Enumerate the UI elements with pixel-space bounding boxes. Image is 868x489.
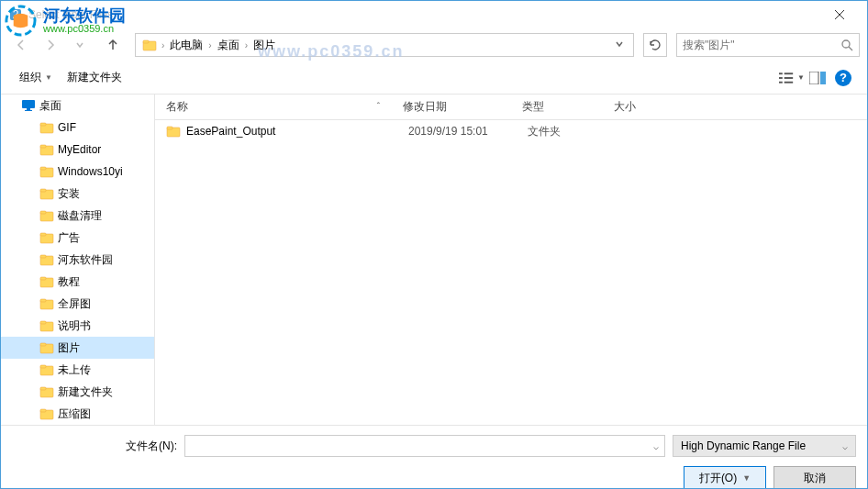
newfolder-button[interactable]: 新建文件夹 <box>60 66 129 89</box>
chevron-down-icon: ▼ <box>45 73 52 82</box>
close-button[interactable] <box>818 2 860 28</box>
chevron-down-icon: ⌵ <box>842 441 848 451</box>
svg-rect-9 <box>785 77 793 79</box>
svg-rect-12 <box>809 72 818 84</box>
folder-icon <box>39 252 54 267</box>
sidebar-item[interactable]: 全屏图 <box>1 293 154 315</box>
chevron-down-icon <box>75 40 84 50</box>
column-size[interactable]: 大小 <box>603 99 676 115</box>
svg-rect-38 <box>40 343 46 346</box>
nav-forward-button[interactable] <box>38 32 63 58</box>
svg-rect-40 <box>40 365 46 368</box>
sidebar-item[interactable]: 教程 <box>1 271 154 293</box>
svg-rect-6 <box>779 72 783 74</box>
open-button[interactable]: 打开(O) ▼ <box>684 466 766 489</box>
folder-icon <box>39 142 54 157</box>
folder-icon <box>142 38 157 52</box>
folder-icon <box>39 164 54 179</box>
breadcrumb[interactable]: › 此电脑 › 桌面 › 图片 <box>135 33 634 57</box>
svg-rect-24 <box>40 189 46 192</box>
filetype-label: High Dynamic Range File <box>681 439 806 452</box>
column-date[interactable]: 修改日期 <box>392 99 511 115</box>
search-icon <box>840 39 853 51</box>
preview-button[interactable] <box>805 67 830 89</box>
sidebar-item[interactable]: Windows10yi <box>1 161 154 183</box>
column-name[interactable]: 名称 ˆ <box>155 99 392 115</box>
window-title: Select Input Files <box>28 8 818 21</box>
toolbar: 组织 ▼ 新建文件夹 ▼ ? <box>1 61 867 94</box>
sidebar-item-label: 新建文件夹 <box>58 384 113 400</box>
sidebar-item[interactable]: 河东软件园 <box>1 249 154 271</box>
svg-rect-11 <box>785 81 793 83</box>
svg-rect-14 <box>22 100 35 108</box>
filetype-select[interactable]: High Dynamic Range File ⌵ <box>673 435 856 457</box>
refresh-icon <box>649 39 662 51</box>
sidebar-root-desktop[interactable]: 桌面 <box>1 94 154 117</box>
arrow-right-icon <box>43 38 58 52</box>
svg-rect-8 <box>779 77 783 79</box>
folder-icon <box>39 274 54 289</box>
svg-text:2: 2 <box>13 8 19 21</box>
chevron-down-icon: ⌵ <box>653 441 659 451</box>
search-box[interactable] <box>676 33 860 57</box>
svg-point-5 <box>842 40 850 48</box>
sidebar-item[interactable]: 未上传 <box>1 359 154 381</box>
organize-label: 组织 <box>19 70 41 85</box>
column-type[interactable]: 类型 <box>511 99 603 115</box>
sidebar-item[interactable]: GIF <box>1 117 154 139</box>
file-name: EasePaint_Output <box>186 125 397 138</box>
sidebar-item-label: 全屏图 <box>58 296 91 312</box>
view-button[interactable]: ▼ <box>779 67 805 89</box>
breadcrumb-seg[interactable]: 桌面 <box>214 38 243 53</box>
folder-icon <box>39 208 54 223</box>
svg-rect-42 <box>40 387 46 390</box>
search-input[interactable] <box>683 39 840 51</box>
sidebar-item[interactable]: 图片 <box>1 337 154 359</box>
sidebar-item-label: 未上传 <box>58 362 91 378</box>
chevron-right-icon: › <box>243 40 250 50</box>
sidebar-item[interactable]: 磁盘清理 <box>1 205 154 227</box>
svg-rect-46 <box>167 127 172 129</box>
folder-icon <box>39 318 54 333</box>
navbar: › 此电脑 › 桌面 › 图片 <box>1 28 867 61</box>
nav-up-button[interactable] <box>100 32 126 58</box>
sidebar-item[interactable]: 安装 <box>1 183 154 205</box>
svg-rect-18 <box>40 123 46 126</box>
view-icon <box>779 72 795 84</box>
breadcrumb-seg[interactable]: 图片 <box>250 38 279 53</box>
file-row[interactable]: EasePaint_Output2019/9/19 15:01文件夹 <box>155 120 867 142</box>
sidebar-item[interactable]: 广告 <box>1 227 154 249</box>
nav-recent-button[interactable] <box>67 32 93 58</box>
folder-icon <box>39 340 54 355</box>
filename-label: 文件名(N): <box>12 439 177 454</box>
sidebar-item[interactable]: 说明书 <box>1 315 154 337</box>
organize-button[interactable]: 组织 ▼ <box>12 66 60 89</box>
arrow-up-icon <box>106 38 120 52</box>
sidebar[interactable]: 桌面 GIFMyEditorWindows10yi安装磁盘清理广告河东软件园教程… <box>1 94 155 425</box>
help-button[interactable]: ? <box>830 67 856 89</box>
sidebar-item[interactable]: MyEditor <box>1 139 154 161</box>
sidebar-item-label: 桌面 <box>39 98 61 114</box>
svg-rect-16 <box>25 110 32 111</box>
svg-rect-15 <box>27 108 30 110</box>
chevron-right-icon: › <box>160 40 166 50</box>
folder-icon <box>39 186 54 201</box>
breadcrumb-dropdown[interactable] <box>609 39 629 51</box>
svg-rect-30 <box>40 255 46 258</box>
refresh-button[interactable] <box>643 33 667 57</box>
split-arrow-icon: ▼ <box>742 473 751 483</box>
svg-rect-10 <box>779 81 783 83</box>
bottom-panel: 文件名(N): ⌵ High Dynamic Range File ⌵ 打开(O… <box>1 425 867 489</box>
folder-icon <box>39 230 54 245</box>
nav-back-button[interactable] <box>8 32 34 58</box>
folder-icon <box>166 124 181 139</box>
breadcrumb-seg[interactable]: 此电脑 <box>166 38 206 53</box>
chevron-right-icon: › <box>206 40 213 50</box>
sidebar-item[interactable]: 新建文件夹 <box>1 381 154 403</box>
file-list: 名称 ˆ 修改日期 类型 大小 EasePaint_Output2019/9/1… <box>155 94 867 425</box>
svg-rect-26 <box>40 211 46 214</box>
filename-input[interactable]: ⌵ <box>184 435 665 457</box>
sidebar-item[interactable]: 压缩图 <box>1 403 154 425</box>
cancel-button[interactable]: 取消 <box>773 466 856 489</box>
titlebar: 2 Select Input Files <box>1 1 867 28</box>
